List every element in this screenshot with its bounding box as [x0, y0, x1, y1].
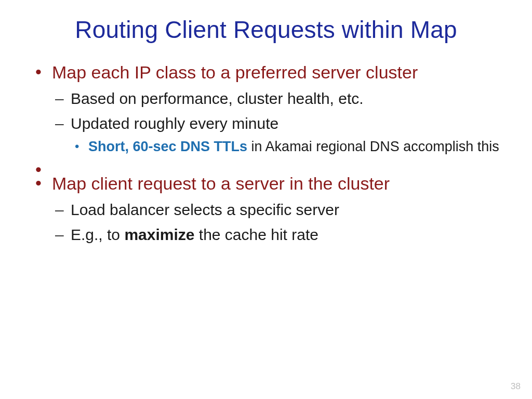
spacer: [31, 159, 501, 172]
bullet-1: Map each IP class to a preferred server …: [31, 61, 501, 156]
slide: Routing Client Requests within Map Map e…: [0, 0, 532, 399]
bullet-list: Map each IP class to a preferred server …: [31, 61, 501, 245]
bullet-2-sub-2-text: E.g., to maximize the cache hit rate: [71, 225, 501, 245]
bullet-2-sub-1: Load balancer selects a specific server: [52, 200, 501, 220]
bullet-1-sub-2: Updated roughly every minute Short, 60-s…: [52, 114, 501, 156]
bullet-2-sub-1-text: Load balancer selects a specific server: [71, 200, 501, 220]
bullet-1-sub-1: Based on performance, cluster health, et…: [52, 89, 501, 109]
bullet-2-sub-2: E.g., to maximize the cache hit rate: [52, 225, 501, 245]
bullet-2: Map client request to a server in the cl…: [31, 172, 501, 245]
dns-ttl-rest: in Akamai regional DNS accomplish this: [247, 139, 499, 154]
bullet-1-sub-2-sub-1-text: Short, 60-sec DNS TTLs in Akamai regiona…: [88, 138, 501, 156]
bullet-1-sub-2-text: Updated roughly every minute: [71, 114, 501, 134]
maximize-pre: E.g., to: [71, 226, 124, 243]
bullet-1-sublist: Based on performance, cluster health, et…: [52, 89, 501, 156]
bullet-2-text: Map client request to a server in the cl…: [52, 172, 501, 195]
dns-ttl-accent: Short, 60-sec DNS TTLs: [88, 139, 247, 154]
maximize-post: the cache hit rate: [194, 226, 318, 243]
maximize-bold: maximize: [124, 226, 194, 243]
bullet-1-sub-1-text: Based on performance, cluster health, et…: [71, 89, 501, 109]
page-number: 38: [511, 381, 521, 392]
bullet-1-text: Map each IP class to a preferred server …: [52, 61, 501, 84]
bullet-2-sublist: Load balancer selects a specific server …: [52, 200, 501, 245]
bullet-1-sub-2-sublist: Short, 60-sec DNS TTLs in Akamai regiona…: [71, 138, 501, 156]
bullet-1-sub-2-sub-1: Short, 60-sec DNS TTLs in Akamai regiona…: [71, 138, 501, 156]
slide-title: Routing Client Requests within Map: [31, 16, 501, 44]
